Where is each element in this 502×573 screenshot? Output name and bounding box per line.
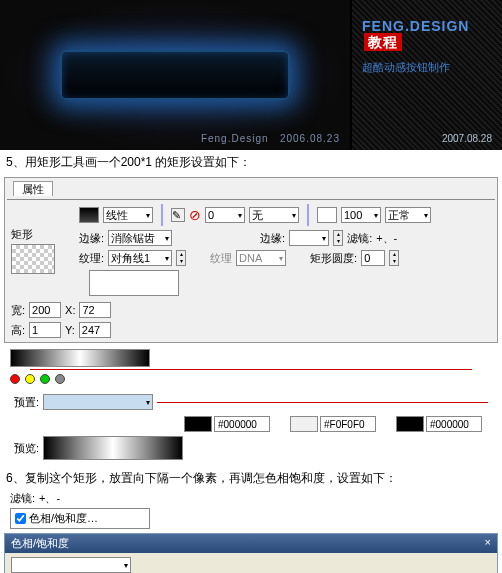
width-input[interactable] bbox=[29, 302, 61, 318]
no-stroke-icon[interactable]: ⊘ bbox=[189, 207, 201, 223]
texture2-label: 纹理 bbox=[210, 251, 232, 266]
pencil-icon[interactable]: ✎ bbox=[171, 208, 185, 222]
footer-date-left: 2006.08.23 bbox=[280, 133, 340, 144]
logo-cn: 教程 bbox=[364, 33, 402, 51]
radius-input[interactable] bbox=[361, 250, 385, 266]
shape-label: 矩形 bbox=[11, 227, 71, 242]
stop-dot-gray[interactable] bbox=[55, 374, 65, 384]
filter-checkbox[interactable] bbox=[15, 513, 26, 524]
opacity-swatch[interactable] bbox=[317, 207, 337, 223]
height-input[interactable] bbox=[29, 322, 61, 338]
properties-panel: 属性 矩形 线性 ✎ ⊘ 0 无 100 正常 边缘: 消除锯齿 bbox=[4, 177, 498, 343]
y-label: Y: bbox=[65, 324, 75, 336]
preview-label: 预览: bbox=[14, 441, 39, 456]
gradient-preview-bottom bbox=[43, 436, 183, 460]
logo-en: FENG.DESIGN bbox=[362, 18, 469, 34]
preview-image: Feng.Design 2006.08.23 bbox=[0, 0, 350, 150]
stop-swatch-3[interactable] bbox=[396, 416, 424, 432]
hue-sat-dialog: 色相/饱和度 × 色相(H) 饱和度 亮度(L) 确定 取消 bbox=[4, 533, 498, 573]
edge-label: 边缘: bbox=[79, 231, 104, 246]
x-label: X: bbox=[65, 304, 75, 316]
fill-type-select[interactable]: 线性 bbox=[103, 207, 153, 223]
filter2-buttons[interactable]: +、- bbox=[39, 491, 60, 506]
height-label: 高: bbox=[11, 323, 25, 338]
filter-item-hue[interactable]: 色相/饱和度… bbox=[15, 511, 145, 526]
fill-swatch[interactable] bbox=[79, 207, 99, 223]
edge2-select[interactable] bbox=[289, 230, 329, 246]
stroke-width-select[interactable]: 0 bbox=[205, 207, 245, 223]
subtitle: 超酷动感按钮制作 bbox=[362, 60, 492, 75]
tab-properties[interactable]: 属性 bbox=[13, 181, 53, 196]
hex-input-2[interactable] bbox=[320, 416, 376, 432]
panel-tabs: 属性 bbox=[7, 180, 495, 200]
shape-thumbnail[interactable] bbox=[11, 244, 55, 274]
texture-spinner[interactable]: ▴▾ bbox=[176, 250, 186, 266]
filter-label: 滤镜: bbox=[347, 231, 372, 246]
title-panel: FENG.DESIGN 教程 超酷动感按钮制作 2007.08.28 bbox=[352, 0, 502, 150]
x-input[interactable] bbox=[79, 302, 111, 318]
stop-swatch-1[interactable] bbox=[184, 416, 212, 432]
footer-brand: Feng.Design bbox=[201, 133, 269, 144]
filter-list[interactable] bbox=[89, 270, 179, 296]
hue-channel-select[interactable] bbox=[11, 557, 131, 573]
stop-swatch-2[interactable] bbox=[290, 416, 318, 432]
texture-label: 纹理: bbox=[79, 251, 104, 266]
stop-dot-yellow[interactable] bbox=[25, 374, 35, 384]
edge2-spinner[interactable]: ▴▾ bbox=[333, 230, 343, 246]
hex-input-1[interactable] bbox=[214, 416, 270, 432]
radius-spinner[interactable]: ▴▾ bbox=[389, 250, 399, 266]
texture-select[interactable]: 对角线1 bbox=[108, 250, 172, 266]
hex-input-3[interactable] bbox=[426, 416, 482, 432]
stop-dot-green[interactable] bbox=[40, 374, 50, 384]
dialog-title: 色相/饱和度 bbox=[11, 536, 69, 551]
width-label: 宽: bbox=[11, 303, 25, 318]
glow-button-preview bbox=[60, 50, 290, 100]
preset-label: 预置: bbox=[14, 395, 39, 410]
gradient-preview-top[interactable] bbox=[10, 349, 150, 367]
opacity-select[interactable]: 100 bbox=[341, 207, 381, 223]
radius-label: 矩形圆度: bbox=[310, 251, 357, 266]
edge2-label: 边缘: bbox=[260, 231, 285, 246]
footer-date-right: 2007.08.28 bbox=[442, 133, 492, 144]
step-6-text: 6、复制这个矩形，放置向下隔一个像素，再调怎色相饱和度，设置如下： bbox=[0, 466, 502, 491]
y-input[interactable] bbox=[79, 322, 111, 338]
filter-buttons[interactable]: +、- bbox=[376, 231, 397, 246]
close-icon[interactable]: × bbox=[485, 536, 491, 551]
gradient-editor: 预置: 预览: bbox=[0, 345, 502, 466]
header-banner: Feng.Design 2006.08.23 FENG.DESIGN 教程 超酷… bbox=[0, 0, 502, 150]
edge-select[interactable]: 消除锯齿 bbox=[108, 230, 172, 246]
stop-dot-red[interactable] bbox=[10, 374, 20, 384]
blend-select[interactable]: 正常 bbox=[385, 207, 431, 223]
step-5-text: 5、用矩形工具画一个200*1 的矩形设置如下： bbox=[0, 150, 502, 175]
stroke-style-select[interactable]: 无 bbox=[249, 207, 299, 223]
texture-dna-select[interactable]: DNA bbox=[236, 250, 286, 266]
filter2-label: 滤镜: bbox=[10, 491, 35, 506]
preset-select[interactable] bbox=[43, 394, 153, 410]
